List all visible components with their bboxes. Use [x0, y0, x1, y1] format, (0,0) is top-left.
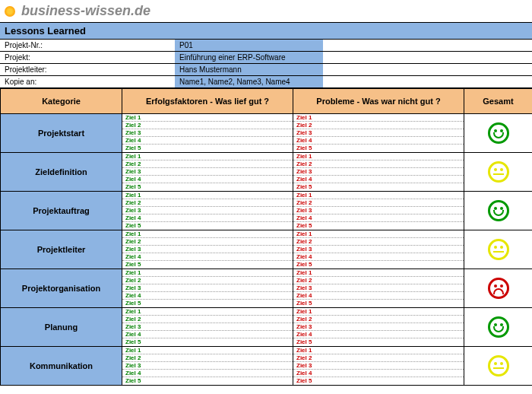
erfolg-item: Ziel 5	[122, 222, 293, 230]
problem-item: Ziel 4	[293, 137, 464, 145]
problem-item: Ziel 3	[293, 129, 464, 137]
erfolg-item: Ziel 4	[122, 137, 293, 145]
gesamt-cell	[464, 192, 533, 230]
problem-cell: Ziel 1Ziel 2Ziel 3Ziel 4Ziel 5	[293, 192, 464, 230]
problem-item: Ziel 3	[293, 207, 464, 214]
erfolg-item: Ziel 5	[122, 145, 293, 152]
erfolg-item: Ziel 5	[122, 300, 293, 307]
problem-item: Ziel 1	[293, 114, 464, 122]
erfolg-item: Ziel 5	[122, 377, 293, 385]
problem-item: Ziel 4	[293, 370, 464, 377]
problem-cell: Ziel 1Ziel 2Ziel 3Ziel 4Ziel 5	[293, 308, 464, 347]
problem-cell: Ziel 1Ziel 2Ziel 3Ziel 4Ziel 5	[293, 347, 464, 386]
meta-label: Projekt:	[0, 52, 175, 64]
problem-item: Ziel 4	[293, 214, 464, 222]
erfolg-cell: Ziel 1Ziel 2Ziel 3Ziel 4Ziel 5	[122, 347, 293, 386]
problem-item: Ziel 2	[293, 160, 464, 168]
erfolg-cell: Ziel 1Ziel 2Ziel 3Ziel 4Ziel 5	[122, 308, 293, 347]
problem-item: Ziel 1	[293, 308, 464, 316]
erfolg-cell: Ziel 1Ziel 2Ziel 3Ziel 4Ziel 5	[122, 114, 293, 153]
erfolg-cell: Ziel 1Ziel 2Ziel 3Ziel 4Ziel 5	[122, 192, 293, 230]
problem-item: Ziel 3	[293, 323, 464, 331]
erfolg-item: Ziel 1	[122, 308, 293, 316]
kategorie-cell: Planung	[1, 308, 122, 347]
header: business-wissen.de	[0, 0, 532, 22]
table-row: KommunikationZiel 1Ziel 2Ziel 3Ziel 4Zie…	[1, 347, 533, 386]
col-gesamt: Gesamt	[464, 89, 533, 114]
erfolg-item: Ziel 2	[122, 160, 293, 168]
problem-item: Ziel 2	[293, 316, 464, 323]
logo-icon	[5, 6, 15, 17]
erfolg-item: Ziel 1	[122, 269, 293, 277]
table-row: ZieldefinitionZiel 1Ziel 2Ziel 3Ziel 4Zi…	[1, 153, 533, 192]
smiley-yellow-icon	[488, 161, 509, 183]
erfolg-item: Ziel 4	[122, 370, 293, 377]
erfolg-item: Ziel 1	[122, 153, 293, 160]
erfolg-item: Ziel 2	[122, 238, 293, 246]
erfolg-item: Ziel 3	[122, 129, 293, 137]
col-kategorie: Kategorie	[1, 89, 122, 114]
problem-item: Ziel 1	[293, 269, 464, 277]
problem-item: Ziel 5	[293, 183, 464, 191]
problem-item: Ziel 2	[293, 238, 464, 246]
erfolg-item: Ziel 4	[122, 292, 293, 300]
col-erfolg: Erfolgsfaktoren - Was lief gut ?	[122, 89, 293, 114]
gesamt-cell	[464, 114, 533, 153]
gesamt-cell	[464, 347, 533, 386]
erfolg-item: Ziel 2	[122, 122, 293, 129]
problem-item: Ziel 4	[293, 331, 464, 338]
problem-item: Ziel 3	[293, 246, 464, 253]
problem-item: Ziel 3	[293, 168, 464, 176]
erfolg-item: Ziel 1	[122, 230, 293, 238]
meta-value: Name1, Name2, Name3, Name4	[175, 76, 323, 88]
problem-item: Ziel 4	[293, 176, 464, 183]
problem-cell: Ziel 1Ziel 2Ziel 3Ziel 4Ziel 5	[293, 230, 464, 269]
meta-label: Projektleiter:	[0, 64, 175, 76]
erfolg-item: Ziel 3	[122, 168, 293, 176]
erfolg-cell: Ziel 1Ziel 2Ziel 3Ziel 4Ziel 5	[122, 230, 293, 269]
meta-label: Projekt-Nr.:	[0, 40, 175, 52]
erfolg-item: Ziel 5	[122, 338, 293, 346]
gesamt-cell	[464, 153, 533, 192]
meta-table: Projekt-Nr.:P01Projekt:Einführung einer …	[0, 39, 532, 88]
kategorie-cell: Projektorganisation	[1, 269, 122, 308]
problem-item: Ziel 1	[293, 230, 464, 238]
erfolg-item: Ziel 1	[122, 114, 293, 122]
erfolg-item: Ziel 4	[122, 176, 293, 183]
smiley-yellow-icon	[488, 355, 509, 377]
table-row: ProjektleiterZiel 1Ziel 2Ziel 3Ziel 4Zie…	[1, 230, 533, 269]
col-probleme: Probleme - Was war nicht gut ?	[293, 89, 464, 114]
problem-item: Ziel 4	[293, 253, 464, 261]
problem-item: Ziel 2	[293, 199, 464, 207]
meta-value: Hans Mustermann	[175, 64, 323, 76]
erfolg-item: Ziel 2	[122, 354, 293, 362]
erfolg-cell: Ziel 1Ziel 2Ziel 3Ziel 4Ziel 5	[122, 269, 293, 308]
problem-item: Ziel 5	[293, 145, 464, 152]
erfolg-item: Ziel 2	[122, 277, 293, 284]
kategorie-cell: Projektleiter	[1, 230, 122, 269]
erfolg-item: Ziel 4	[122, 331, 293, 338]
erfolg-item: Ziel 2	[122, 316, 293, 323]
problem-item: Ziel 5	[293, 377, 464, 385]
smiley-green-icon	[488, 200, 509, 221]
table-row: PlanungZiel 1Ziel 2Ziel 3Ziel 4Ziel 5Zie…	[1, 308, 533, 347]
problem-cell: Ziel 1Ziel 2Ziel 3Ziel 4Ziel 5	[293, 153, 464, 192]
problem-cell: Ziel 1Ziel 2Ziel 3Ziel 4Ziel 5	[293, 114, 464, 153]
erfolg-cell: Ziel 1Ziel 2Ziel 3Ziel 4Ziel 5	[122, 153, 293, 192]
problem-item: Ziel 1	[293, 192, 464, 199]
kategorie-cell: Zieldefinition	[1, 153, 122, 192]
lessons-grid: Kategorie Erfolgsfaktoren - Was lief gut…	[0, 88, 532, 386]
kategorie-cell: Projektauftrag	[1, 192, 122, 230]
smiley-green-icon	[488, 122, 509, 144]
erfolg-item: Ziel 3	[122, 207, 293, 214]
erfolg-item: Ziel 5	[122, 183, 293, 191]
problem-item: Ziel 5	[293, 338, 464, 346]
meta-label: Kopie an:	[0, 76, 175, 88]
problem-item: Ziel 5	[293, 222, 464, 230]
gesamt-cell	[464, 269, 533, 308]
erfolg-item: Ziel 2	[122, 199, 293, 207]
erfolg-item: Ziel 4	[122, 253, 293, 261]
problem-item: Ziel 4	[293, 292, 464, 300]
kategorie-cell: Kommunikation	[1, 347, 122, 386]
grid-body: ProjektstartZiel 1Ziel 2Ziel 3Ziel 4Ziel…	[1, 114, 533, 386]
